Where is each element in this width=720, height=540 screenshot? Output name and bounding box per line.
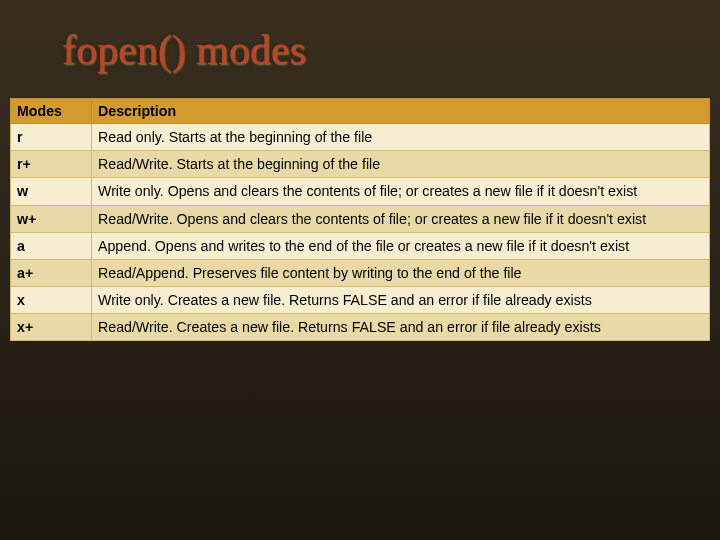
cell-desc: Read/Write. Creates a new file. Returns … — [92, 314, 710, 341]
table-row: a+ Read/Append. Preserves file content b… — [11, 259, 710, 286]
col-header-description: Description — [92, 99, 710, 124]
cell-mode: w+ — [11, 205, 92, 232]
table-row: x+ Read/Write. Creates a new file. Retur… — [11, 314, 710, 341]
cell-mode: x+ — [11, 314, 92, 341]
cell-desc: Read/Append. Preserves file content by w… — [92, 259, 710, 286]
cell-mode: a — [11, 232, 92, 259]
table-row: r+ Read/Write. Starts at the beginning o… — [11, 151, 710, 178]
cell-mode: w — [11, 178, 92, 205]
slide-title: fopen() modes — [0, 0, 720, 74]
cell-desc: Write only. Creates a new file. Returns … — [92, 287, 710, 314]
table-row: w+ Read/Write. Opens and clears the cont… — [11, 205, 710, 232]
cell-desc: Read/Write. Opens and clears the content… — [92, 205, 710, 232]
cell-mode: r — [11, 124, 92, 151]
cell-desc: Read/Write. Starts at the beginning of t… — [92, 151, 710, 178]
cell-mode: r+ — [11, 151, 92, 178]
cell-desc: Write only. Opens and clears the content… — [92, 178, 710, 205]
cell-mode: x — [11, 287, 92, 314]
modes-table: Modes Description r Read only. Starts at… — [10, 98, 710, 341]
table-row: a Append. Opens and writes to the end of… — [11, 232, 710, 259]
table-row: w Write only. Opens and clears the conte… — [11, 178, 710, 205]
table-row: x Write only. Creates a new file. Return… — [11, 287, 710, 314]
table-header-row: Modes Description — [11, 99, 710, 124]
cell-desc: Append. Opens and writes to the end of t… — [92, 232, 710, 259]
col-header-modes: Modes — [11, 99, 92, 124]
cell-desc: Read only. Starts at the beginning of th… — [92, 124, 710, 151]
table-row: r Read only. Starts at the beginning of … — [11, 124, 710, 151]
cell-mode: a+ — [11, 259, 92, 286]
